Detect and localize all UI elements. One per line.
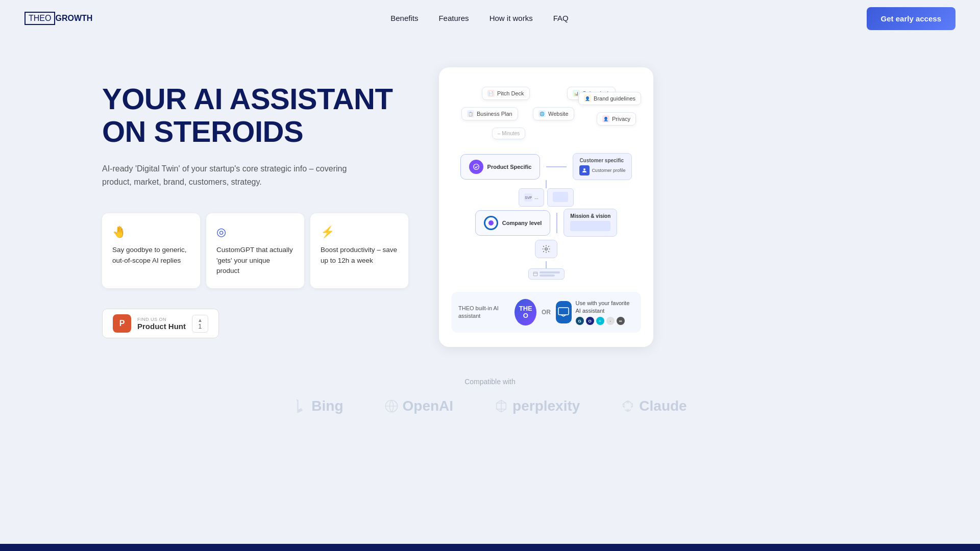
theo-built-text: THEO built-in AI assistant <box>458 305 510 320</box>
doc-tag-pitch-deck: 📄 Pitch Deck <box>482 87 530 100</box>
doc-tag-website: 🌐 Website <box>533 107 574 120</box>
hero-subtitle: AI-ready 'Digital Twin' of your startup'… <box>102 162 368 189</box>
svg-rect-5 <box>558 308 569 315</box>
perplexity-logo: perplexity <box>494 398 580 414</box>
diagram-container: 📄 Pitch Deck 📊 Sales deck 📋 Business Pla… <box>439 67 653 347</box>
dot-brand-guidelines: 👤 <box>584 95 591 102</box>
diagram-bottom-row: THEO built-in AI assistant THEO OR Use w… <box>451 292 641 333</box>
feature-cards: 🤚 Say goodbye to generic, out-of-scope A… <box>102 213 408 288</box>
bing-logo: Bing <box>293 398 343 414</box>
theo-logo: THEO <box>514 299 536 325</box>
ai-logos-row: G O + · ∞ <box>576 317 634 325</box>
dot-privacy: 👤 <box>602 115 609 122</box>
nav-how-it-works[interactable]: How it works <box>489 14 533 22</box>
ai-logo-2: O <box>586 317 594 325</box>
diag-company-level: Company level <box>475 210 551 236</box>
dot-website: 🌐 <box>538 110 546 117</box>
fav-assistant-section: Use with your favorite AI assistant G O … <box>556 299 634 325</box>
compatible-label: Compatible with <box>24 378 955 386</box>
brand-logos: Bing OpenAI perplexity Claude <box>24 398 955 414</box>
product-hunt-find-label: FIND US ON <box>137 317 186 322</box>
hero-left: YOUR AI ASSISTANT ON STEROIDS AI-ready '… <box>102 67 408 338</box>
fav-assistant-icon <box>556 301 572 323</box>
svg-point-0 <box>473 164 479 169</box>
claude-logo: Claude <box>621 398 687 414</box>
doc-tag-privacy: 👤 Privacy <box>597 112 636 126</box>
ai-logo-3: + <box>596 317 604 325</box>
svg-point-1 <box>583 168 585 170</box>
ai-logo-5: ∞ <box>617 317 625 325</box>
diag-product-specific: Product Specific <box>460 154 541 180</box>
footer-bar <box>0 544 980 551</box>
feature-text-1: Say goodbye to generic, out-of-scope AI … <box>112 245 190 266</box>
ai-logo-1: G <box>576 317 584 325</box>
fav-assistant-content: Use with your favorite AI assistant G O … <box>576 299 634 325</box>
diagram-flow: Product Specific Customer specific Custo… <box>451 153 641 333</box>
get-early-access-button[interactable]: Get early access <box>867 7 955 30</box>
dot-business-plan: 📋 <box>467 110 474 117</box>
logo-text-theo: THEO <box>29 14 51 22</box>
hero-right: 📄 Pitch Deck 📊 Sales deck 📋 Business Pla… <box>439 67 653 347</box>
compatible-section: Compatible with Bing OpenAI per <box>0 367 980 445</box>
feature-card-3: ⚡ Boost productivity – save up to 12h a … <box>310 213 408 288</box>
doc-tag-minutes: – Minutes <box>492 128 525 139</box>
doc-tag-business-plan: 📋 Business Plan <box>461 107 518 120</box>
product-hunt-logo: P <box>113 314 131 333</box>
feature-text-3: Boost productivity – save up to 12h a we… <box>321 245 398 266</box>
hero-section: YOUR AI ASSISTANT ON STEROIDS AI-ready '… <box>0 37 980 367</box>
feature-icon-2: ◎ <box>216 226 294 239</box>
svg-rect-3 <box>533 272 537 276</box>
feature-icon-1: 🤚 <box>112 226 190 239</box>
doc-tags: 📄 Pitch Deck 📊 Sales deck 📋 Business Pla… <box>451 82 641 148</box>
product-specific-icon <box>469 160 483 174</box>
product-hunt-badge[interactable]: P FIND US ON Product Hunt ▲ 1 <box>102 309 219 338</box>
theo-built-section: THEO built-in AI assistant THEO <box>458 299 536 325</box>
ai-logo-4: · <box>606 317 615 325</box>
feature-text-2: CustomGPT that actually 'gets' your uniq… <box>216 245 294 276</box>
nav-features[interactable]: Features <box>438 14 469 22</box>
product-hunt-info: FIND US ON Product Hunt <box>137 317 186 331</box>
nav-faq[interactable]: FAQ <box>553 14 569 22</box>
openai-logo: OpenAI <box>384 398 454 414</box>
nav-links: Benefits Features How it works FAQ <box>390 14 568 23</box>
feature-icon-3: ⚡ <box>321 226 398 239</box>
feature-card-2: ◎ CustomGPT that actually 'gets' your un… <box>206 213 304 288</box>
logo-text-growth: GROWTH <box>55 14 92 23</box>
navbar: THEO GROWTH Benefits Features How it wor… <box>0 0 980 37</box>
dot-pitch-deck: 📄 <box>487 90 495 97</box>
svg-point-2 <box>545 248 548 251</box>
nav-benefits[interactable]: Benefits <box>390 14 418 22</box>
hero-title: YOUR AI ASSISTANT ON STEROIDS <box>102 83 408 148</box>
upvote-count: 1 <box>199 323 202 330</box>
or-divider: OR <box>542 309 551 316</box>
product-hunt-name: Product Hunt <box>137 322 186 331</box>
logo[interactable]: THEO GROWTH <box>24 12 92 25</box>
doc-tag-brand-guidelines: 👤 Brand guidelines <box>578 92 641 105</box>
feature-card-1: 🤚 Say goodbye to generic, out-of-scope A… <box>102 213 200 288</box>
fav-assistant-text: Use with your favorite AI assistant <box>576 299 634 315</box>
upvote-arrow-icon: ▲ <box>198 317 203 323</box>
product-hunt-upvote[interactable]: ▲ 1 <box>192 315 208 333</box>
